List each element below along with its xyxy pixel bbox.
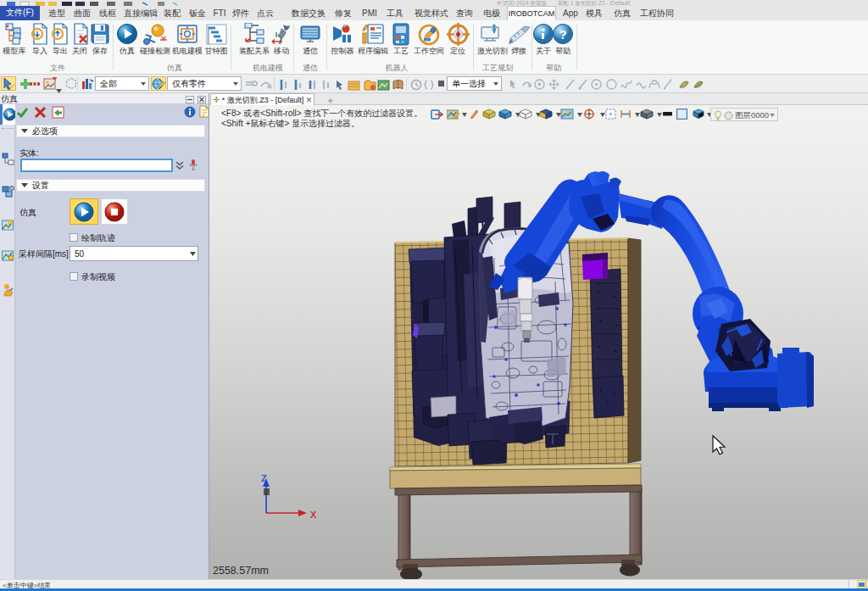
svg-text:Z: Z: [261, 473, 267, 483]
svg-text:?: ?: [559, 27, 566, 42]
svg-text:X: X: [310, 510, 317, 520]
